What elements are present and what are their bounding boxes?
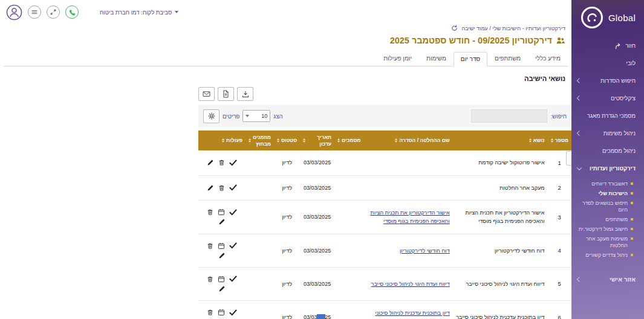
sidebar-item[interactable]: ניהול משימות — [571, 124, 644, 142]
sidebar-item-personal-area[interactable]: אזור אישי — [571, 271, 644, 288]
download-button[interactable] — [237, 87, 253, 101]
tab-4[interactable]: יומן פעילות — [376, 51, 419, 66]
client-environment-selector[interactable]: סביבת לקוח: דמו חברת ביטוח — [100, 9, 178, 16]
sidebar-item[interactable]: צ'קליסטים — [571, 89, 644, 107]
column-header[interactable]: נושא — [453, 130, 548, 150]
tab-3[interactable]: משימות — [419, 51, 454, 66]
app-logo: Global — [571, 0, 644, 37]
sidebar-item[interactable]: לובי — [571, 54, 644, 72]
cell-decision-link: דיון בתוכנית עדכנית לניהול סיכוני סייבר — [364, 300, 453, 319]
sidebar-subitem[interactable]: הישיבות שלי — [571, 188, 644, 198]
check-icon[interactable] — [229, 242, 237, 249]
cell-status: לדיון — [274, 267, 300, 300]
sidebar-subitem[interactable]: חישוב גמול דירקטור.ית — [571, 224, 644, 234]
topic-text: אישור פרוטוקול ישיבה קודמת — [478, 160, 544, 166]
sidebar-item[interactable]: ניהול מסמכים — [571, 142, 644, 160]
page-size-select[interactable]: 10 — [242, 110, 270, 122]
check-icon[interactable] — [229, 209, 237, 216]
sidebar-item[interactable]: חזור — [571, 37, 644, 54]
sidebar-item-label: דירקטוריון ועדותיו — [590, 165, 636, 172]
search-input[interactable] — [471, 109, 547, 123]
cell-update-date: 03/03/2025 — [300, 201, 334, 234]
decision-link[interactable]: דיון בתוכנית עדכנית לניהול סיכוני סייבר — [375, 310, 449, 319]
tab-bar: מידע כללימשתתפיםסדר יוםמשימותיומן פעילות — [4, 51, 568, 66]
pencil-icon[interactable] — [207, 184, 214, 192]
people-icon — [556, 36, 565, 45]
tab-1[interactable]: משתתפים — [487, 51, 528, 66]
column-header-label: מסמכים — [342, 137, 360, 144]
pencil-icon[interactable] — [218, 218, 226, 225]
user-avatar-icon[interactable] — [6, 4, 22, 21]
column-header[interactable]: מספר — [548, 130, 571, 150]
sort-icon — [529, 137, 532, 144]
cell-actions — [198, 175, 246, 200]
column-header[interactable]: מסמכים — [334, 130, 363, 150]
cell-invitees — [246, 150, 274, 175]
bullet-icon — [631, 254, 633, 256]
sort-icon — [395, 137, 397, 144]
check-icon[interactable] — [229, 184, 237, 191]
hamburger-menu-icon[interactable] — [28, 5, 41, 19]
column-header-label: מוזמנים מבחוץ — [253, 134, 271, 147]
decision-link[interactable]: דיווח ועדת היגוי לניהול סיכוני סייבר — [371, 281, 450, 287]
check-icon[interactable] — [229, 276, 237, 282]
sidebar-item-label: ניהול משימות — [603, 130, 636, 137]
cell-update-date: 03/03/2025 — [300, 175, 334, 200]
calendar-icon[interactable] — [218, 309, 225, 316]
cell-actions — [198, 201, 246, 234]
sidebar-item[interactable]: חיפוש הסדרות — [571, 72, 644, 89]
sidebar-subitem[interactable]: דאשבורד דיווחים — [571, 179, 644, 188]
trash-icon[interactable] — [218, 184, 225, 192]
trash-icon[interactable] — [218, 159, 225, 166]
pencil-icon[interactable] — [218, 285, 226, 292]
sidebar-item[interactable]: מסמכי הגדרת מאגר — [571, 107, 644, 124]
pencil-icon[interactable] — [207, 159, 214, 166]
check-icon[interactable] — [229, 309, 237, 316]
refresh-icon[interactable] — [451, 25, 458, 31]
column-header[interactable]: סטטוס — [274, 130, 300, 150]
cell-update-date: 03/03/2025 — [300, 150, 334, 175]
column-header[interactable]: שם ההחלטה / הסדרה — [364, 130, 453, 150]
status-text: לדיון — [282, 214, 292, 220]
sidebar-collapse-handle[interactable] — [566, 151, 571, 166]
cell-status: לדיון — [274, 201, 300, 234]
trash-icon[interactable] — [207, 309, 213, 316]
pagination-button[interactable] — [317, 314, 325, 319]
fullscreen-icon[interactable] — [47, 5, 60, 19]
row-number: 4 — [558, 247, 561, 254]
column-header[interactable]: פעולות — [198, 130, 246, 150]
column-header[interactable]: תאריך עדכון — [300, 130, 334, 150]
tab-2[interactable]: סדר יום — [454, 52, 487, 66]
sidebar-item[interactable]: דירקטוריון ועדותיו — [571, 160, 644, 177]
check-icon[interactable] — [229, 160, 237, 166]
export-document-button[interactable] — [218, 87, 234, 101]
calendar-icon[interactable] — [218, 276, 225, 283]
sidebar-subitem[interactable]: משתתפים — [571, 214, 644, 224]
trash-icon[interactable] — [207, 276, 213, 283]
bullet-icon — [631, 228, 633, 230]
cell-number: 2 — [548, 175, 571, 200]
decision-link[interactable]: אישור הדירקטוריון את תכנית הציות והאכיפה… — [371, 210, 450, 224]
table-row: 5דיווח ועדת היגוי לניהול סיכוני סייברדיו… — [198, 267, 571, 300]
trash-icon[interactable] — [207, 208, 213, 216]
whatsapp-icon[interactable] — [65, 5, 79, 19]
calendar-icon[interactable] — [218, 242, 225, 250]
cell-actions — [198, 300, 246, 319]
sidebar-subitem[interactable]: חיפוש בנושאים לסדר היום — [571, 198, 644, 214]
sidebar-subitem[interactable]: ניהול צדדים קשורים — [571, 250, 644, 260]
pencil-icon[interactable] — [218, 252, 226, 259]
breadcrumb-text[interactable]: דירקטוריון ועדותיו - הישיבות שלי / עמוד … — [461, 25, 565, 31]
email-button[interactable] — [198, 87, 215, 101]
column-settings-button[interactable] — [203, 109, 220, 123]
decision-link[interactable]: דוח חודשי לדירקטוריון — [400, 248, 450, 254]
show-label: הצג — [273, 113, 282, 120]
cell-decision-link — [364, 150, 453, 175]
tab-0[interactable]: מידע כללי — [528, 51, 568, 66]
calendar-icon[interactable] — [218, 208, 225, 216]
update-date: 03/03/2025 — [304, 214, 331, 220]
chevron-left-icon — [577, 78, 582, 83]
update-date: 03/03/2025 — [304, 185, 331, 191]
trash-icon[interactable] — [207, 242, 213, 250]
column-header[interactable]: מוזמנים מבחוץ — [246, 130, 274, 150]
sidebar-subitem[interactable]: משימות מעקב אחר החלטות — [571, 234, 644, 250]
